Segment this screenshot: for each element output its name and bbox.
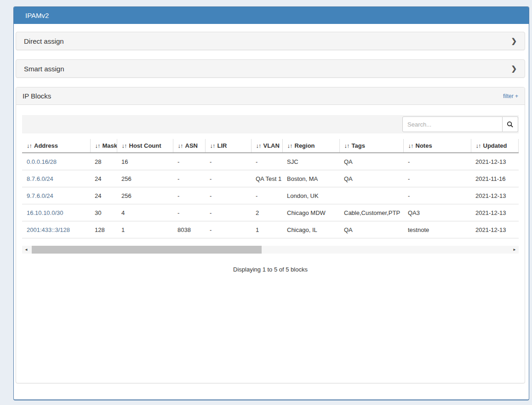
cell-host_count: 4 [117,204,173,221]
cell-updated: 2021-11-16 [471,170,519,187]
sort-icon: ↓↑ [408,142,413,149]
search-button[interactable] [503,116,518,132]
cell-host_count: 256 [117,187,173,204]
table-info-text: Displaying 1 to 5 of 5 blocks [22,266,519,273]
cell-tags: QA [339,153,403,170]
cell-mask: 24 [90,187,117,204]
filter-toggle-link[interactable]: filter + [503,93,518,99]
address-link[interactable]: 8.7.6.0/24 [27,175,53,182]
cell-lir: - [205,204,251,221]
column-label: Tags [352,142,365,149]
cell-lir: - [205,170,251,187]
horizontal-scrollbar[interactable]: ◄ ► [22,246,519,254]
column-header-address[interactable]: ↓↑Address [22,139,90,153]
cell-vlan: QA Test 1 [251,170,282,187]
column-label: LIR [217,142,227,149]
column-header-region[interactable]: ↓↑Region [282,139,339,153]
cell-host_count: 16 [117,153,173,170]
search-input[interactable] [402,116,503,132]
cell-tags: Cable,Customer,PTP [339,204,403,221]
column-label: VLAN [263,142,280,149]
ip-blocks-body: ↓↑Address↓↑Mask↓↑Host Count↓↑ASN↓↑LIR↓↑V… [16,105,525,273]
cell-asn: 8038 [173,221,205,238]
address-link[interactable]: 0.0.0.16/28 [27,158,57,165]
column-label: Host Count [129,142,161,149]
table-row: 0.0.0.16/282816---SJCQA-2021-12-13 [22,153,519,170]
cell-mask: 128 [90,221,117,238]
address-link[interactable]: 9.7.6.0/24 [27,192,53,199]
column-label: Mask [103,142,117,149]
app-container: IPAMv2 Direct assign ❯ Smart assign ❯ IP… [13,6,529,400]
cell-notes: - [403,153,471,170]
search-icon [507,121,514,128]
app-body: Direct assign ❯ Smart assign ❯ IP Blocks… [14,24,529,383]
sort-icon: ↓↑ [287,142,292,149]
sort-icon: ↓↑ [95,142,100,149]
cell-notes: - [403,187,471,204]
cell-host_count: 256 [117,170,173,187]
scroll-right-arrow-icon[interactable]: ► [510,246,519,254]
cell-asn: - [173,204,205,221]
column-header-host_count[interactable]: ↓↑Host Count [117,139,173,153]
cell-updated: 2021-12-13 [471,221,519,238]
sort-icon: ↓↑ [476,142,481,149]
cell-lir: - [205,187,251,204]
column-header-asn[interactable]: ↓↑ASN [173,139,205,153]
panel-smart-assign[interactable]: Smart assign ❯ [16,59,525,78]
column-header-mask[interactable]: ↓↑Mask [90,139,117,153]
cell-updated: 2021-12-13 [471,187,519,204]
cell-asn: - [173,153,205,170]
cell-region: London, UK [282,187,339,204]
cell-lir: - [205,153,251,170]
table-body: 0.0.0.16/282816---SJCQA-2021-12-138.7.6.… [22,153,519,238]
cell-updated: 2021-12-13 [471,153,519,170]
column-header-notes[interactable]: ↓↑Notes [403,139,471,153]
cell-notes: testnote [403,221,471,238]
app-header: IPAMv2 [14,7,529,24]
column-header-lir[interactable]: ↓↑LIR [205,139,251,153]
cell-lir: - [205,221,251,238]
cell-region: Chicago, IL [282,221,339,238]
table-header-row: ↓↑Address↓↑Mask↓↑Host Count↓↑ASN↓↑LIR↓↑V… [22,139,519,153]
cell-host_count: 1 [117,221,173,238]
column-label: Updated [483,142,507,149]
column-label: Region [295,142,315,149]
cell-address: 8.7.6.0/24 [22,170,90,187]
column-header-tags[interactable]: ↓↑Tags [339,139,403,153]
cell-vlan: 1 [251,221,282,238]
sort-icon: ↓↑ [27,142,32,149]
cell-vlan: - [251,187,282,204]
panel-ip-blocks: IP Blocks filter + [16,87,525,383]
column-header-updated[interactable]: ↓↑Updated [471,139,519,153]
sort-icon: ↓↑ [256,142,261,149]
cell-region: SJC [282,153,339,170]
cell-vlan: - [251,153,282,170]
ip-blocks-table: ↓↑Address↓↑Mask↓↑Host Count↓↑ASN↓↑LIR↓↑V… [22,139,519,238]
cell-mask: 28 [90,153,117,170]
chevron-right-icon: ❯ [511,37,517,45]
scroll-left-arrow-icon[interactable]: ◄ [22,246,30,254]
sort-icon: ↓↑ [122,142,127,149]
column-label: Address [34,142,58,149]
sort-icon: ↓↑ [344,142,349,149]
column-label: ASN [185,142,198,149]
cell-vlan: 2 [251,204,282,221]
address-link[interactable]: 2001:433::3/128 [27,226,70,233]
cell-mask: 24 [90,170,117,187]
cell-address: 9.7.6.0/24 [22,187,90,204]
address-link[interactable]: 16.10.10.0/30 [27,209,63,216]
ip-blocks-title: IP Blocks [23,92,51,100]
column-label: Notes [416,142,432,149]
chevron-right-icon: ❯ [511,64,517,73]
search-group [402,116,518,132]
scrollbar-thumb[interactable] [32,246,262,254]
table-toolbar [22,115,519,133]
table-row: 16.10.10.0/30304--2Chicago MDWCable,Cust… [22,204,519,221]
table-row: 8.7.6.0/2424256--QA Test 1Boston, MAQA-2… [22,170,519,187]
cell-tags: QA [339,221,403,238]
smart-assign-label: Smart assign [24,65,64,73]
cell-notes: QA3 [403,204,471,221]
panel-direct-assign[interactable]: Direct assign ❯ [16,32,525,50]
cell-address: 0.0.0.16/28 [22,153,90,170]
column-header-vlan[interactable]: ↓↑VLAN [251,139,282,153]
